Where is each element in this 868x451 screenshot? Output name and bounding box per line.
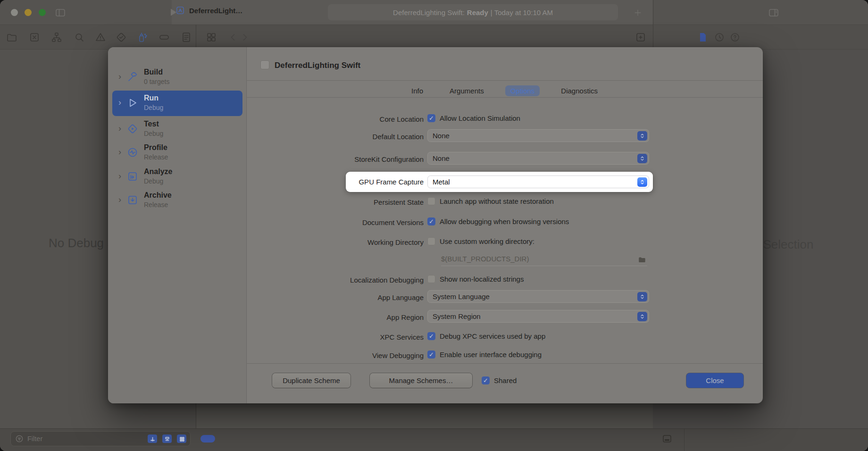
allow-debugging-browsing-versions-checkbox[interactable]: ✓ (427, 217, 435, 226)
debug-xpc-services-checkbox[interactable]: ✓ (427, 332, 435, 340)
inspector-toggle-icon[interactable] (768, 7, 779, 18)
traffic-lights (11, 9, 50, 18)
disclosure-chevron-icon[interactable]: › (118, 124, 121, 133)
titlebar: DeferredLight… DeferredLighting Swift: R… (0, 0, 868, 25)
debug-view-mode-icon-b[interactable] (162, 434, 172, 443)
duplicate-scheme-button[interactable]: Duplicate Scheme (272, 373, 351, 388)
scheme-action-detail: Debug (144, 177, 163, 185)
breakpoints-toggle-icon[interactable] (200, 435, 215, 443)
allow-location-simulation-checkbox[interactable]: ✓ (427, 114, 435, 122)
scheme-action-detail: Debug (144, 104, 163, 111)
archive-icon (127, 194, 138, 206)
project-navigator-icon[interactable] (6, 32, 17, 43)
gpu-frame-capture-dropdown[interactable]: Metal (427, 175, 649, 188)
editor-inspector-divider (653, 0, 653, 50)
library-plus-button[interactable] (633, 7, 643, 17)
hide-debug-area-icon[interactable] (661, 433, 673, 444)
breakpoint-navigator-icon[interactable] (159, 32, 170, 43)
view-debugging-label: View Debugging (246, 351, 424, 359)
scheme-actions-sidebar: › Build 0 targets › Run Debug › Test Deb… (108, 47, 247, 403)
disclosure-chevron-icon[interactable]: › (118, 172, 121, 180)
tab-info[interactable]: Info (406, 85, 428, 96)
allow-debugging-browsing-versions-row: ✓ Allow debugging when browsing versions (427, 217, 569, 226)
scheme-action-name: Build (144, 68, 163, 76)
sidebar-item-archive[interactable]: › Archive Release (108, 189, 246, 212)
related-items-icon[interactable] (206, 32, 217, 43)
symbol-navigator-icon[interactable] (51, 32, 62, 43)
scheme-action-detail: Release (144, 153, 168, 161)
default-location-dropdown[interactable]: None (427, 129, 649, 142)
debug-navigator-icon[interactable] (137, 32, 148, 43)
sidebar-item-run[interactable]: › Run Debug (112, 91, 242, 116)
help-inspector-icon[interactable] (729, 32, 741, 43)
checkbox-label: Enable user interface debugging (440, 351, 542, 359)
disclosure-chevron-icon[interactable]: › (118, 72, 121, 81)
show-non-localized-strings-checkbox[interactable]: ✓ (427, 275, 435, 283)
checkbox-label: Debug XPC services used by app (440, 332, 545, 340)
sidebar-item-test[interactable]: › Test Debug (108, 118, 246, 141)
disclosure-chevron-icon[interactable]: › (118, 148, 121, 156)
bottom-bar-divider (684, 428, 684, 451)
test-icon (127, 123, 138, 134)
launch-without-state-restoration-checkbox[interactable]: ✓ (427, 197, 435, 205)
close-window-button[interactable] (11, 9, 18, 16)
checkbox-label: Launch app without state restoration (440, 197, 554, 205)
shared-checkbox[interactable]: ✓ (482, 376, 490, 384)
working-directory-label: Working Directory (246, 238, 424, 246)
default-location-label: Default Location (246, 133, 424, 141)
stepper-icon (637, 154, 647, 163)
filter-field[interactable]: Filter (10, 431, 191, 446)
close-button[interactable]: Close (686, 373, 743, 388)
dialog-title: DeferredLighting Swift (275, 61, 360, 70)
app-language-dropdown[interactable]: System Language (427, 290, 649, 303)
tab-diagnostics[interactable]: Diagnostics (556, 85, 603, 96)
sidebar-item-profile[interactable]: › Profile Release (108, 142, 246, 164)
allow-location-simulation-row: ✓ Allow Location Simulation (427, 114, 520, 122)
dropdown-value: System Region (433, 312, 481, 320)
source-control-navigator-icon[interactable] (29, 32, 40, 43)
sidebar-item-build[interactable]: › Build 0 targets (108, 66, 246, 89)
scheme-options-pane: DeferredLighting Swift Info Arguments Op… (246, 47, 763, 403)
folder-icon[interactable] (638, 255, 646, 264)
use-custom-working-directory-checkbox[interactable]: ✓ (427, 237, 435, 245)
test-navigator-icon[interactable] (116, 32, 127, 43)
analyze-icon (127, 171, 138, 182)
debug-view-mode-icon-a[interactable] (148, 434, 157, 443)
working-directory-path-field[interactable]: $(BUILT_PRODUCTS_DIR) (441, 252, 647, 266)
navigator-toggle-icon[interactable] (55, 7, 66, 18)
tab-arguments[interactable]: Arguments (444, 85, 489, 96)
disclosure-chevron-icon[interactable]: › (118, 98, 121, 107)
stepper-icon (637, 312, 647, 321)
dropdown-value: None (433, 154, 450, 162)
app-region-dropdown[interactable]: System Region (427, 310, 649, 323)
dropdown-value: System Language (433, 292, 490, 301)
enable-ui-debugging-checkbox[interactable]: ✓ (427, 351, 435, 359)
status-time: | Today at 10:10 AM (491, 8, 553, 17)
tab-options[interactable]: Options (505, 85, 540, 96)
sidebar-item-analyze[interactable]: › Analyze Debug (108, 166, 246, 188)
manage-schemes-button[interactable]: Manage Schemes… (370, 373, 472, 388)
find-navigator-icon[interactable] (74, 32, 85, 43)
profile-icon (127, 147, 138, 158)
scheme-action-name: Test (144, 120, 159, 128)
editor-tab[interactable]: DeferredLight… (175, 6, 242, 15)
debug-view-mode-icon-c[interactable] (177, 434, 186, 443)
app-store-icon (175, 6, 185, 15)
report-navigator-icon[interactable] (181, 32, 192, 43)
file-inspector-icon[interactable] (697, 32, 709, 43)
scheme-action-name: Archive (144, 191, 172, 200)
gpu-frame-capture-label: GPU Frame Capture (246, 178, 424, 186)
checkbox-label: Allow Location Simulation (440, 114, 520, 122)
disclosure-chevron-icon[interactable]: › (118, 195, 121, 204)
toolbar (0, 25, 868, 50)
issue-navigator-icon[interactable] (95, 32, 106, 43)
storekit-configuration-dropdown[interactable]: None (427, 152, 649, 165)
go-forward-icon[interactable] (239, 32, 250, 43)
dropdown-value: Metal (433, 178, 450, 186)
history-inspector-icon[interactable] (714, 32, 725, 43)
play-icon (127, 97, 138, 109)
go-back-icon[interactable] (227, 32, 239, 43)
zoom-window-button[interactable] (39, 9, 46, 16)
minimize-window-button[interactable] (25, 9, 32, 16)
add-editor-icon[interactable] (635, 32, 646, 43)
